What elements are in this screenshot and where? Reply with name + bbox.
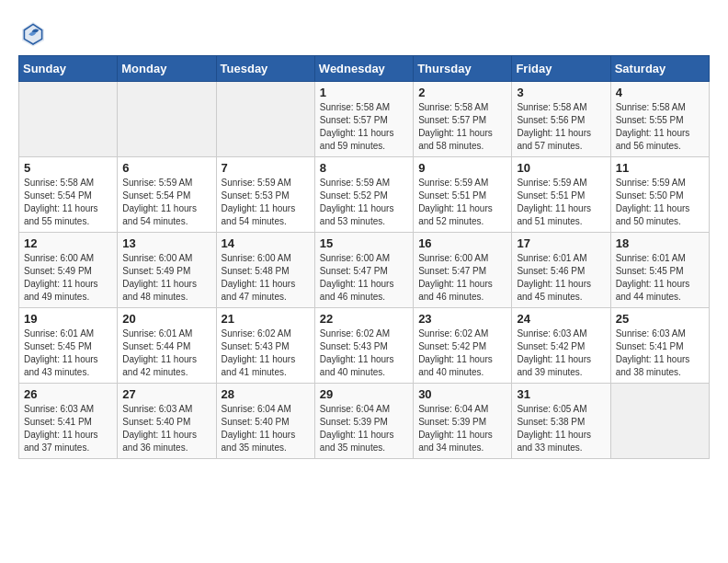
calendar-cell: 26Sunrise: 6:03 AM Sunset: 5:41 PM Dayli… bbox=[19, 384, 118, 459]
day-number: 30 bbox=[418, 387, 506, 401]
day-info: Sunrise: 6:00 AM Sunset: 5:49 PM Dayligh… bbox=[122, 252, 210, 304]
calendar-cell: 16Sunrise: 6:00 AM Sunset: 5:47 PM Dayli… bbox=[414, 233, 512, 308]
day-info: Sunrise: 6:03 AM Sunset: 5:41 PM Dayligh… bbox=[616, 327, 704, 379]
weekday-header-sunday: Sunday bbox=[19, 56, 118, 82]
day-number: 12 bbox=[24, 236, 112, 250]
weekday-header-row: SundayMondayTuesdayWednesdayThursdayFrid… bbox=[19, 56, 710, 82]
calendar-cell: 24Sunrise: 6:03 AM Sunset: 5:42 PM Dayli… bbox=[512, 308, 610, 384]
weekday-header-thursday: Thursday bbox=[414, 56, 512, 82]
calendar-cell: 1Sunrise: 5:58 AM Sunset: 5:57 PM Daylig… bbox=[314, 82, 413, 157]
day-info: Sunrise: 6:01 AM Sunset: 5:45 PM Dayligh… bbox=[24, 327, 112, 379]
day-number: 14 bbox=[222, 236, 310, 250]
day-number: 3 bbox=[517, 86, 605, 99]
calendar-cell: 5Sunrise: 5:58 AM Sunset: 5:54 PM Daylig… bbox=[19, 157, 118, 233]
day-info: Sunrise: 6:04 AM Sunset: 5:39 PM Dayligh… bbox=[320, 403, 408, 454]
day-number: 7 bbox=[222, 161, 310, 175]
day-number: 2 bbox=[418, 86, 506, 99]
logo bbox=[18, 18, 51, 48]
calendar-body: 1Sunrise: 5:58 AM Sunset: 5:57 PM Daylig… bbox=[19, 82, 710, 459]
calendar-cell: 10Sunrise: 5:59 AM Sunset: 5:51 PM Dayli… bbox=[512, 157, 610, 233]
day-info: Sunrise: 6:01 AM Sunset: 5:45 PM Dayligh… bbox=[616, 252, 704, 304]
day-number: 17 bbox=[517, 236, 605, 250]
day-info: Sunrise: 6:01 AM Sunset: 5:46 PM Dayligh… bbox=[517, 252, 605, 304]
calendar-cell: 8Sunrise: 5:59 AM Sunset: 5:52 PM Daylig… bbox=[314, 157, 413, 233]
calendar-cell: 25Sunrise: 6:03 AM Sunset: 5:41 PM Dayli… bbox=[610, 308, 709, 384]
calendar-cell: 4Sunrise: 5:58 AM Sunset: 5:55 PM Daylig… bbox=[610, 82, 709, 157]
day-info: Sunrise: 5:58 AM Sunset: 5:54 PM Dayligh… bbox=[24, 177, 112, 228]
calendar-cell: 15Sunrise: 6:00 AM Sunset: 5:47 PM Dayli… bbox=[314, 233, 413, 308]
calendar-cell bbox=[610, 384, 709, 459]
calendar-cell: 7Sunrise: 5:59 AM Sunset: 5:53 PM Daylig… bbox=[216, 157, 314, 233]
day-info: Sunrise: 5:58 AM Sunset: 5:57 PM Dayligh… bbox=[418, 101, 506, 153]
calendar-cell: 23Sunrise: 6:02 AM Sunset: 5:42 PM Dayli… bbox=[414, 308, 512, 384]
day-number: 31 bbox=[517, 387, 605, 401]
calendar-cell: 22Sunrise: 6:02 AM Sunset: 5:43 PM Dayli… bbox=[314, 308, 413, 384]
day-info: Sunrise: 5:59 AM Sunset: 5:52 PM Dayligh… bbox=[320, 177, 408, 228]
logo-icon bbox=[18, 18, 48, 48]
day-number: 8 bbox=[320, 161, 408, 175]
day-number: 26 bbox=[24, 387, 112, 401]
calendar-cell: 14Sunrise: 6:00 AM Sunset: 5:48 PM Dayli… bbox=[216, 233, 314, 308]
day-info: Sunrise: 6:03 AM Sunset: 5:41 PM Dayligh… bbox=[24, 403, 112, 454]
day-info: Sunrise: 6:03 AM Sunset: 5:40 PM Dayligh… bbox=[122, 403, 210, 454]
day-info: Sunrise: 5:58 AM Sunset: 5:57 PM Dayligh… bbox=[320, 101, 408, 153]
day-number: 4 bbox=[616, 86, 704, 99]
day-number: 19 bbox=[24, 312, 112, 326]
day-number: 16 bbox=[418, 236, 506, 250]
calendar-cell: 11Sunrise: 5:59 AM Sunset: 5:50 PM Dayli… bbox=[610, 157, 709, 233]
calendar-cell: 6Sunrise: 5:59 AM Sunset: 5:54 PM Daylig… bbox=[118, 157, 216, 233]
calendar-cell: 30Sunrise: 6:04 AM Sunset: 5:39 PM Dayli… bbox=[414, 384, 512, 459]
day-number: 9 bbox=[418, 161, 506, 175]
day-number: 5 bbox=[24, 161, 112, 175]
calendar-cell: 18Sunrise: 6:01 AM Sunset: 5:45 PM Dayli… bbox=[610, 233, 709, 308]
weekday-header-wednesday: Wednesday bbox=[314, 56, 413, 82]
calendar-cell: 28Sunrise: 6:04 AM Sunset: 5:40 PM Dayli… bbox=[216, 384, 314, 459]
calendar-cell: 27Sunrise: 6:03 AM Sunset: 5:40 PM Dayli… bbox=[118, 384, 216, 459]
day-info: Sunrise: 6:02 AM Sunset: 5:43 PM Dayligh… bbox=[320, 327, 408, 379]
week-row-1: 1Sunrise: 5:58 AM Sunset: 5:57 PM Daylig… bbox=[19, 82, 710, 157]
day-number: 28 bbox=[222, 387, 310, 401]
calendar-cell: 9Sunrise: 5:59 AM Sunset: 5:51 PM Daylig… bbox=[414, 157, 512, 233]
day-info: Sunrise: 5:59 AM Sunset: 5:50 PM Dayligh… bbox=[616, 177, 704, 228]
day-number: 18 bbox=[616, 236, 704, 250]
week-row-3: 12Sunrise: 6:00 AM Sunset: 5:49 PM Dayli… bbox=[19, 233, 710, 308]
calendar-cell: 3Sunrise: 5:58 AM Sunset: 5:56 PM Daylig… bbox=[512, 82, 610, 157]
day-info: Sunrise: 6:00 AM Sunset: 5:49 PM Dayligh… bbox=[24, 252, 112, 304]
day-number: 15 bbox=[320, 236, 408, 250]
day-number: 20 bbox=[122, 312, 210, 326]
day-info: Sunrise: 6:02 AM Sunset: 5:42 PM Dayligh… bbox=[418, 327, 506, 379]
day-info: Sunrise: 6:04 AM Sunset: 5:39 PM Dayligh… bbox=[418, 403, 506, 454]
day-number: 22 bbox=[320, 312, 408, 326]
day-number: 6 bbox=[122, 161, 210, 175]
weekday-header-saturday: Saturday bbox=[610, 56, 709, 82]
day-number: 29 bbox=[320, 387, 408, 401]
header bbox=[18, 18, 710, 48]
day-number: 27 bbox=[122, 387, 210, 401]
calendar-cell: 12Sunrise: 6:00 AM Sunset: 5:49 PM Dayli… bbox=[19, 233, 118, 308]
day-info: Sunrise: 5:58 AM Sunset: 5:56 PM Dayligh… bbox=[517, 101, 605, 153]
day-info: Sunrise: 6:00 AM Sunset: 5:48 PM Dayligh… bbox=[222, 252, 310, 304]
calendar-header: SundayMondayTuesdayWednesdayThursdayFrid… bbox=[19, 56, 710, 82]
calendar-cell: 19Sunrise: 6:01 AM Sunset: 5:45 PM Dayli… bbox=[19, 308, 118, 384]
day-number: 24 bbox=[517, 312, 605, 326]
calendar-cell: 21Sunrise: 6:02 AM Sunset: 5:43 PM Dayli… bbox=[216, 308, 314, 384]
calendar-cell bbox=[118, 82, 216, 157]
week-row-5: 26Sunrise: 6:03 AM Sunset: 5:41 PM Dayli… bbox=[19, 384, 710, 459]
day-info: Sunrise: 6:02 AM Sunset: 5:43 PM Dayligh… bbox=[222, 327, 310, 379]
calendar-cell: 20Sunrise: 6:01 AM Sunset: 5:44 PM Dayli… bbox=[118, 308, 216, 384]
day-info: Sunrise: 6:03 AM Sunset: 5:42 PM Dayligh… bbox=[517, 327, 605, 379]
calendar-container: SundayMondayTuesdayWednesdayThursdayFrid… bbox=[0, 0, 728, 468]
day-info: Sunrise: 6:05 AM Sunset: 5:38 PM Dayligh… bbox=[517, 403, 605, 454]
day-number: 1 bbox=[320, 86, 408, 99]
day-info: Sunrise: 6:04 AM Sunset: 5:40 PM Dayligh… bbox=[222, 403, 310, 454]
calendar-cell bbox=[19, 82, 118, 157]
day-info: Sunrise: 6:00 AM Sunset: 5:47 PM Dayligh… bbox=[320, 252, 408, 304]
week-row-2: 5Sunrise: 5:58 AM Sunset: 5:54 PM Daylig… bbox=[19, 157, 710, 233]
day-number: 10 bbox=[517, 161, 605, 175]
day-info: Sunrise: 6:00 AM Sunset: 5:47 PM Dayligh… bbox=[418, 252, 506, 304]
weekday-header-monday: Monday bbox=[118, 56, 216, 82]
day-number: 13 bbox=[122, 236, 210, 250]
day-info: Sunrise: 5:59 AM Sunset: 5:51 PM Dayligh… bbox=[418, 177, 506, 228]
weekday-header-tuesday: Tuesday bbox=[216, 56, 314, 82]
day-number: 21 bbox=[222, 312, 310, 326]
